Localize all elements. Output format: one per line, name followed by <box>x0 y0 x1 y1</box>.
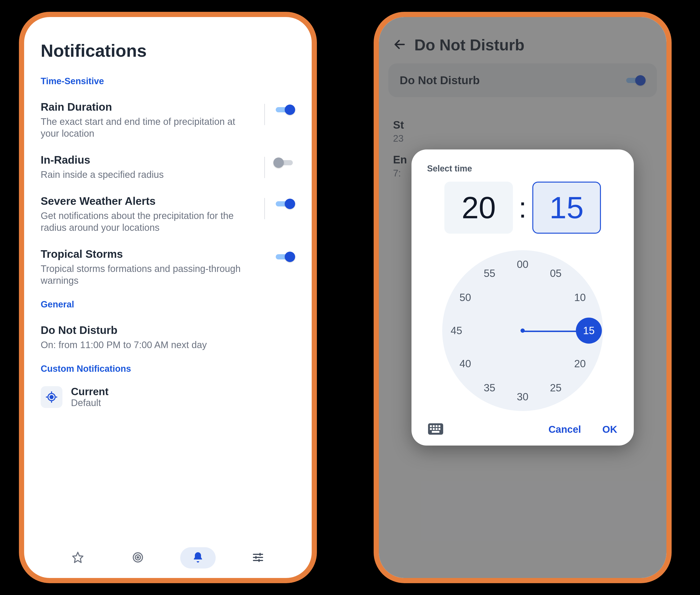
row-description: Get notifications about the precipitatio… <box>41 210 253 233</box>
dnd-screen: Do Not Disturb Do Not Disturb St 23 En 7… <box>379 17 666 578</box>
nav-radar[interactable] <box>120 547 156 568</box>
clock-minute-00[interactable]: 00 <box>513 258 532 270</box>
row-divider <box>264 104 265 125</box>
cancel-button[interactable]: Cancel <box>549 424 581 435</box>
clock-minute-45[interactable]: 45 <box>447 325 466 337</box>
svg-rect-20 <box>436 425 438 427</box>
svg-rect-19 <box>433 425 435 427</box>
svg-rect-18 <box>430 425 432 427</box>
row-text: Do Not Disturb On: from 11:00 PM to 7:00… <box>41 324 295 351</box>
clock-minute-50[interactable]: 50 <box>456 291 475 304</box>
clock-minute-35[interactable]: 35 <box>480 382 499 394</box>
switch-in-radius[interactable] <box>273 157 295 169</box>
dialog-actions: Cancel OK <box>426 421 620 436</box>
minute-input[interactable]: 15 <box>532 181 601 234</box>
row-title: In-Radius <box>41 153 253 166</box>
clock-minute-05[interactable]: 05 <box>546 267 565 279</box>
row-title: Rain Duration <box>41 101 253 113</box>
clock-minute-20[interactable]: 20 <box>570 358 589 370</box>
phone-frame-notifications: Notifications Time-Sensitive Rain Durati… <box>19 12 317 583</box>
svg-rect-23 <box>433 428 435 430</box>
row-severe-weather[interactable]: Severe Weather Alerts Get notifications … <box>41 188 295 240</box>
clock-center-dot <box>521 329 525 333</box>
target-icon <box>132 551 144 565</box>
nav-notifications[interactable] <box>180 547 216 568</box>
custom-description: Default <box>71 398 109 408</box>
row-divider <box>264 198 265 219</box>
row-title: Do Not Disturb <box>41 324 295 337</box>
row-title: Tropical Storms <box>41 248 266 260</box>
switch-rain-duration[interactable] <box>273 104 295 116</box>
svg-rect-24 <box>436 428 438 430</box>
row-tropical-storms[interactable]: Tropical Storms Tropical storms formatio… <box>41 240 295 293</box>
dialog-title: Select time <box>426 164 620 174</box>
row-title: Severe Weather Alerts <box>41 195 253 207</box>
location-icon <box>41 386 62 408</box>
svg-rect-26 <box>432 431 439 433</box>
section-general: General <box>41 300 295 310</box>
row-text: In-Radius Rain inside a specified radius <box>41 153 253 180</box>
ok-button[interactable]: OK <box>602 424 617 435</box>
clock-minute-55[interactable]: 55 <box>480 267 499 279</box>
nav-settings[interactable] <box>240 547 276 568</box>
clock-minute-30[interactable]: 30 <box>513 391 532 403</box>
clock-face[interactable]: 000510152025303540455055 <box>442 250 603 411</box>
nav-favorites[interactable] <box>60 547 95 568</box>
switch-tropical-storms[interactable] <box>273 251 295 263</box>
custom-title: Current <box>71 386 109 398</box>
clock-selected-minute[interactable]: 15 <box>576 318 602 344</box>
clock-minute-40[interactable]: 40 <box>456 358 475 370</box>
phone-frame-dnd: Do Not Disturb Do Not Disturb St 23 En 7… <box>374 12 672 583</box>
clock-minute-10[interactable]: 10 <box>570 291 589 304</box>
keyboard-icon[interactable] <box>428 423 443 436</box>
row-text: Severe Weather Alerts Get notifications … <box>41 195 253 233</box>
section-time-sensitive: Time-Sensitive <box>41 76 295 86</box>
section-custom-notifications: Custom Notifications <box>41 364 295 374</box>
switch-severe-weather[interactable] <box>273 198 295 210</box>
row-text: Tropical Storms Tropical storms formatio… <box>41 248 266 286</box>
svg-point-0 <box>50 395 53 398</box>
row-in-radius[interactable]: In-Radius Rain inside a specified radius <box>41 146 295 188</box>
sliders-icon <box>252 551 264 565</box>
hour-input[interactable]: 20 <box>444 181 513 234</box>
notifications-screen: Notifications Time-Sensitive Rain Durati… <box>24 17 312 578</box>
row-custom-current[interactable]: Current Default <box>41 381 295 413</box>
bottom-nav <box>41 542 295 578</box>
svg-rect-21 <box>439 425 440 427</box>
row-rain-duration[interactable]: Rain Duration The exact start and end ti… <box>41 93 295 146</box>
row-description: The exact start and end time of precipit… <box>41 116 253 139</box>
svg-rect-25 <box>439 428 440 430</box>
row-text: Rain Duration The exact start and end ti… <box>41 101 253 139</box>
svg-rect-22 <box>430 428 432 430</box>
row-do-not-disturb[interactable]: Do Not Disturb On: from 11:00 PM to 7:00… <box>41 317 295 358</box>
row-description: Rain inside a specified radius <box>41 169 253 180</box>
row-description: On: from 11:00 PM to 7:00 AM next day <box>41 339 295 351</box>
row-divider <box>264 157 265 178</box>
svg-point-9 <box>137 557 139 558</box>
page-title: Notifications <box>41 41 295 61</box>
svg-marker-6 <box>73 552 83 562</box>
time-picker-dialog: Select time 20 : 15 00051015202530354045… <box>412 149 634 446</box>
row-description: Tropical storms formations and passing-t… <box>41 263 266 286</box>
clock-minute-25[interactable]: 25 <box>546 382 565 394</box>
time-input-boxes: 20 : 15 <box>426 181 620 234</box>
time-colon: : <box>519 191 526 224</box>
star-icon <box>72 551 84 565</box>
bell-icon <box>192 551 204 565</box>
